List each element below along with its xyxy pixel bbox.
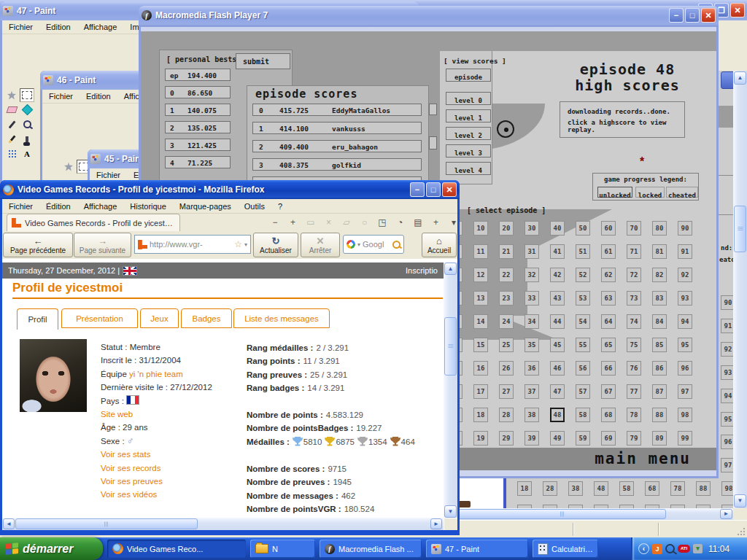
personal-best-row[interactable]: 3121.425 bbox=[165, 139, 231, 151]
scroll-right-icon[interactable]: ► bbox=[720, 509, 732, 519]
legend-item-locked[interactable]: locked bbox=[635, 187, 665, 198]
magnifier-tool[interactable] bbox=[20, 117, 34, 131]
episode-cell[interactable]: 39 bbox=[525, 431, 539, 446]
episode-cell[interactable]: 41 bbox=[550, 244, 565, 259]
episode-cell[interactable]: 69 bbox=[601, 431, 616, 446]
cut-icon[interactable]: × bbox=[322, 217, 336, 228]
scrollbar-thumb[interactable] bbox=[15, 518, 198, 529]
menu-item[interactable]: Outils bbox=[238, 201, 271, 212]
episode-cell[interactable]: 20 bbox=[499, 221, 514, 236]
close-icon[interactable]: ✕ bbox=[701, 8, 716, 23]
menu-item[interactable]: Fichier bbox=[90, 169, 127, 181]
episode-cell[interactable]: 59 bbox=[576, 431, 590, 446]
episode-cell[interactable]: 19 bbox=[473, 431, 488, 446]
episode-cell[interactable]: 38 bbox=[525, 408, 539, 422]
episode-cell[interactable]: 33 bbox=[525, 291, 539, 306]
episode-cell[interactable]: 28 bbox=[499, 408, 514, 422]
vertical-scrollbar[interactable]: ▲ ▼ bbox=[733, 71, 747, 508]
view-scores-button[interactable]: level 3 bbox=[446, 144, 491, 158]
episode-cell[interactable]: 76 bbox=[627, 361, 641, 376]
episode-cell[interactable]: 23 bbox=[499, 291, 514, 306]
view-scores-button[interactable]: episode bbox=[446, 69, 491, 82]
episode-cell[interactable]: 11 bbox=[473, 244, 488, 259]
print-icon[interactable]: ▤ bbox=[411, 217, 425, 228]
airbrush-tool[interactable] bbox=[4, 147, 19, 160]
episode-cell[interactable]: 54 bbox=[576, 314, 590, 329]
episode-cell[interactable]: 32 bbox=[525, 268, 539, 282]
profile-link[interactable]: Voir ses vidéos bbox=[101, 490, 157, 499]
view-scores-button[interactable]: level 0 bbox=[446, 92, 491, 105]
episode-cell[interactable]: 64 bbox=[601, 314, 616, 329]
tab-profil[interactable]: Profil bbox=[17, 308, 58, 330]
java-icon[interactable]: J bbox=[652, 544, 662, 554]
scroll-up-icon[interactable]: ▲ bbox=[734, 71, 746, 85]
episode-cell[interactable]: 47 bbox=[550, 384, 565, 399]
episode-cell[interactable]: 86 bbox=[652, 361, 667, 376]
view-scores-button[interactable]: level 1 bbox=[446, 109, 491, 122]
episode-cell[interactable]: 87 bbox=[652, 384, 667, 399]
episode-cell[interactable]: 67 bbox=[601, 384, 616, 399]
episode-cell[interactable]: 38 bbox=[568, 481, 583, 496]
legend-item-cheated[interactable]: cheated bbox=[666, 187, 698, 198]
episode-cell[interactable]: 78 bbox=[627, 408, 641, 422]
search-icon[interactable] bbox=[392, 241, 400, 249]
scrollbar-thumb[interactable] bbox=[734, 206, 746, 252]
menu-item[interactable]: Édition bbox=[39, 201, 77, 212]
episode-cell[interactable]: 46 bbox=[550, 361, 565, 376]
resize-grip[interactable] bbox=[444, 518, 457, 530]
rect-select-tool[interactable] bbox=[20, 88, 34, 102]
episode-cell[interactable]: 14 bbox=[473, 314, 488, 329]
taskbar-button[interactable]: N bbox=[250, 540, 315, 558]
menu-item[interactable]: Edition bbox=[39, 21, 77, 33]
episode-cell[interactable]: 28 bbox=[543, 481, 557, 496]
menu-item[interactable]: Affichage bbox=[77, 21, 124, 33]
minimize-button[interactable]: − bbox=[669, 8, 684, 23]
episode-cell[interactable]: 58 bbox=[619, 481, 634, 496]
episode-cell[interactable]: 96 bbox=[678, 361, 692, 376]
episode-cell[interactable]: 48 bbox=[594, 481, 608, 496]
back-button[interactable]: ← Page précédente bbox=[3, 233, 73, 257]
search-dropdown-icon[interactable]: ▾ bbox=[357, 241, 360, 248]
episode-cell[interactable]: 73 bbox=[627, 291, 641, 306]
profile-link[interactable]: yi 'n phie team bbox=[129, 370, 183, 378]
submit-button[interactable]: submit bbox=[236, 53, 290, 69]
profile-link[interactable]: Site web bbox=[101, 410, 133, 419]
episode-cell[interactable]: 18 bbox=[473, 408, 488, 422]
new-window-icon[interactable]: ◳ bbox=[375, 217, 390, 228]
episode-cell[interactable]: 88 bbox=[652, 408, 667, 422]
episode-cell[interactable]: 88 bbox=[696, 481, 711, 496]
episode-cell[interactable]: 56 bbox=[576, 361, 590, 376]
episode-cell[interactable]: 93 bbox=[678, 291, 692, 306]
personal-best-row[interactable]: 2135.025 bbox=[165, 121, 231, 133]
episode-cell[interactable]: 15 bbox=[473, 338, 488, 352]
menu-item[interactable]: Edition bbox=[80, 90, 117, 102]
episode-cell[interactable]: 43 bbox=[550, 291, 565, 306]
episode-cell[interactable]: 21 bbox=[499, 244, 514, 259]
episode-cell[interactable]: 80 bbox=[652, 221, 667, 236]
menu-item[interactable]: Historique bbox=[123, 201, 173, 212]
episode-cell[interactable]: 17 bbox=[473, 384, 488, 399]
magnifier-icon[interactable] bbox=[665, 544, 675, 553]
copy-icon[interactable]: ▱ bbox=[339, 217, 354, 228]
episode-cell[interactable]: 90 bbox=[678, 221, 692, 236]
episode-cell[interactable]: 85 bbox=[652, 338, 667, 352]
scroll-down-icon[interactable]: ▼ bbox=[444, 505, 457, 518]
profile-link[interactable]: Voir ses stats bbox=[101, 450, 150, 459]
refresh-button[interactable]: ↻ Actualiser bbox=[253, 233, 298, 257]
episode-cell[interactable]: 92 bbox=[678, 268, 692, 282]
tab-jeux[interactable]: Jeux bbox=[140, 308, 179, 328]
horizontal-scrollbar[interactable]: ► bbox=[419, 508, 733, 520]
episode-cell[interactable]: 49 bbox=[550, 431, 565, 446]
start-button[interactable]: démarrer bbox=[0, 537, 103, 560]
taskbar-button[interactable]: 47 - Paint bbox=[426, 540, 528, 558]
episode-cell[interactable]: 34 bbox=[525, 314, 539, 329]
scroll-up-icon[interactable]: ▲ bbox=[444, 262, 457, 275]
scores-scrollbar-thumb[interactable] bbox=[429, 136, 437, 149]
episode-cell[interactable]: 50 bbox=[576, 221, 590, 236]
episode-cell[interactable]: 63 bbox=[601, 291, 616, 306]
episode-cell[interactable]: 40 bbox=[550, 221, 565, 236]
history-icon[interactable]: ◔ bbox=[393, 217, 408, 228]
menu-item[interactable]: Affichage bbox=[77, 201, 124, 212]
episode-score-row[interactable]: 1414.100vankusss bbox=[252, 122, 422, 134]
episode-cell[interactable]: 68 bbox=[645, 481, 659, 496]
